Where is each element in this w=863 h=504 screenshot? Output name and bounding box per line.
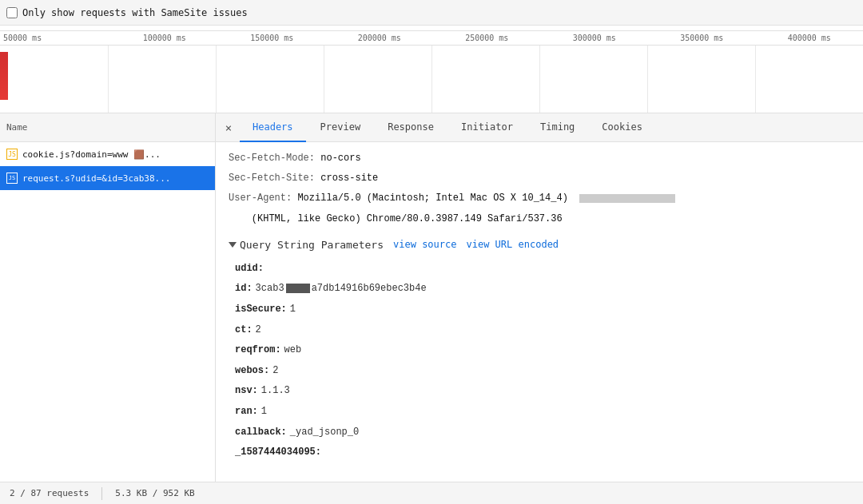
content-area: Sec-Fetch-Mode: no-cors Sec-Fetch-Site: … bbox=[216, 142, 863, 482]
samesite-checkbox[interactable] bbox=[6, 7, 18, 18]
qs-params: udid: id: 3cab3 a7db14916b69ebec3b4e isS… bbox=[216, 256, 863, 466]
param-key-nsv: nsv: bbox=[235, 383, 258, 400]
qs-header: Query String Parameters view source view… bbox=[216, 234, 863, 256]
param-timestamp: _1587444034095: bbox=[235, 442, 850, 463]
param-id: id: 3cab3 a7db14916b69ebec3b4e bbox=[235, 279, 850, 300]
samesite-label: Only show requests with SameSite issues bbox=[22, 7, 248, 18]
param-value-issecure: 1 bbox=[290, 301, 296, 319]
right-panel: × Headers Preview Response Initiator Tim… bbox=[216, 113, 863, 482]
query-string-section: Query String Parameters view source view… bbox=[216, 234, 863, 466]
param-key-id: id: bbox=[235, 280, 253, 298]
param-key-udid: udid: bbox=[235, 260, 264, 278]
timeline-bar bbox=[0, 52, 8, 100]
tab-cookies[interactable]: Cookies bbox=[589, 113, 655, 142]
tabs-bar: × Headers Preview Response Initiator Tim… bbox=[216, 113, 863, 142]
sec-fetch-site-value: cross-site bbox=[320, 173, 378, 184]
file-name-0: cookie.js?domain=www 🟫... bbox=[22, 149, 161, 160]
grid-line-1 bbox=[108, 46, 109, 113]
tab-response[interactable]: Response bbox=[375, 113, 447, 142]
param-value-reqfrom: web bbox=[284, 342, 302, 359]
param-issecure: isSecure: 1 bbox=[235, 300, 850, 320]
param-value-webos: 2 bbox=[272, 363, 278, 380]
param-webos: webos: 2 bbox=[235, 361, 850, 382]
param-callback: callback: _yad_jsonp_0 bbox=[235, 423, 850, 443]
param-ran: ran: 1 bbox=[235, 402, 850, 423]
ruler-ms-label: 50000 ms bbox=[0, 34, 111, 42]
ruler-ms-label: 200000 ms bbox=[326, 34, 434, 42]
param-key-callback: callback: bbox=[235, 424, 287, 442]
param-value-id: 3cab3 a7db14916b69ebec3b4e bbox=[256, 280, 427, 298]
ruler-ms-label: 150000 ms bbox=[218, 34, 326, 42]
status-divider bbox=[101, 487, 102, 500]
tab-initiator[interactable]: Initiator bbox=[448, 113, 526, 142]
requests-count: 2 / 87 requests bbox=[10, 488, 89, 498]
header-user-agent: User-Agent: Mozilla/5.0 (Macintosh; Inte… bbox=[216, 189, 863, 208]
top-bar: Only show requests with SameSite issues bbox=[0, 0, 863, 26]
main-area: Name JS cookie.js?domain=www 🟫... JS req… bbox=[0, 113, 863, 482]
qs-title: Query String Parameters bbox=[240, 239, 384, 251]
header-user-agent-cont: (KHTML, like Gecko) Chrome/80.0.3987.149… bbox=[216, 209, 863, 229]
header-sec-fetch-site: Sec-Fetch-Site: cross-site bbox=[216, 169, 863, 189]
file-item-0[interactable]: JS cookie.js?domain=www 🟫... bbox=[0, 142, 215, 166]
left-panel: Name JS cookie.js?domain=www 🟫... JS req… bbox=[0, 113, 216, 482]
panel-header: Name bbox=[0, 113, 215, 142]
tab-preview[interactable]: Preview bbox=[308, 113, 374, 142]
panel-header-name: Name bbox=[6, 122, 28, 133]
tab-headers[interactable]: Headers bbox=[240, 113, 306, 142]
file-list: JS cookie.js?domain=www 🟫... JS request.… bbox=[0, 142, 215, 482]
param-nsv: nsv: 1.1.3 bbox=[235, 381, 850, 402]
grid-line-6 bbox=[647, 46, 648, 113]
param-value-callback: _yad_jsonp_0 bbox=[290, 424, 359, 442]
param-ct: ct: 2 bbox=[235, 320, 850, 341]
ruler-ms-label: 100000 ms bbox=[111, 34, 219, 42]
param-key-issecure: isSecure: bbox=[235, 301, 287, 319]
view-url-encoded-link[interactable]: view URL encoded bbox=[467, 239, 559, 250]
timeline-ruler bbox=[0, 26, 863, 31]
ruler-ms-label: 300000 ms bbox=[541, 34, 649, 42]
js-icon-0: JS bbox=[6, 149, 18, 160]
param-reqfrom: reqfrom: web bbox=[235, 340, 850, 361]
ruler-ms-label: 250000 ms bbox=[433, 34, 541, 42]
sec-fetch-site-key: Sec-Fetch-Site: bbox=[229, 173, 315, 184]
timeline: 50000 ms100000 ms150000 ms200000 ms25000… bbox=[0, 26, 863, 113]
param-key-ran: ran: bbox=[235, 403, 258, 421]
user-agent-value: Mozilla/5.0 (Macintosh; Intel Mac OS X 1… bbox=[297, 192, 675, 204]
grid-line-4 bbox=[432, 46, 432, 113]
status-bar: 2 / 87 requests 5.3 KB / 952 KB bbox=[0, 482, 863, 504]
param-value-ran: 1 bbox=[261, 403, 267, 421]
file-name-1: request.s?udid=&id=3cab38... bbox=[22, 173, 170, 184]
param-value-nsv: 1.1.3 bbox=[261, 383, 290, 400]
grid-line-3 bbox=[324, 46, 324, 113]
param-key-ct: ct: bbox=[235, 322, 253, 339]
user-agent-value-cont: (KHTML, like Gecko) Chrome/80.0.3987.149… bbox=[229, 213, 563, 224]
param-key-reqfrom: reqfrom: bbox=[235, 342, 281, 359]
param-value-ct: 2 bbox=[256, 322, 261, 339]
triangle-icon[interactable] bbox=[229, 242, 237, 248]
grid-line-5 bbox=[539, 46, 540, 113]
param-udid: udid: bbox=[235, 259, 850, 280]
close-button[interactable]: × bbox=[219, 118, 238, 137]
grid-line-7 bbox=[755, 46, 756, 113]
view-source-link[interactable]: view source bbox=[393, 239, 456, 250]
tab-timing[interactable]: Timing bbox=[527, 113, 587, 142]
sec-fetch-mode-key: Sec-Fetch-Mode: bbox=[229, 153, 315, 164]
param-key-webos: webos: bbox=[235, 363, 269, 380]
file-item-1[interactable]: JS request.s?udid=&id=3cab38... bbox=[0, 166, 215, 190]
grid-line-2 bbox=[216, 46, 217, 113]
param-key-timestamp: _1587444034095: bbox=[235, 444, 321, 462]
user-agent-key: User-Agent: bbox=[229, 192, 292, 204]
timeline-content bbox=[0, 46, 863, 113]
ruler-ms-label: 350000 ms bbox=[648, 34, 756, 42]
timeline-ruler-ms: 50000 ms100000 ms150000 ms200000 ms25000… bbox=[0, 31, 863, 46]
redacted-block bbox=[286, 284, 310, 293]
qs-toggle[interactable]: Query String Parameters bbox=[229, 239, 384, 251]
sec-fetch-mode-value: no-cors bbox=[320, 153, 360, 164]
transfer-size: 5.3 KB / 952 KB bbox=[115, 488, 194, 498]
ruler-ms-label: 400000 ms bbox=[756, 34, 864, 42]
header-sec-fetch-mode: Sec-Fetch-Mode: no-cors bbox=[216, 149, 863, 169]
js-icon-1: JS bbox=[6, 173, 18, 184]
